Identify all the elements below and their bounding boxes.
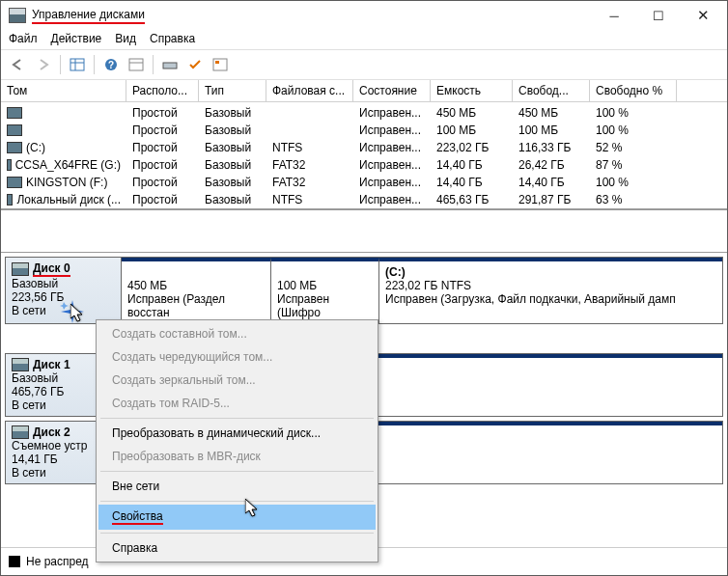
window-title: Управление дисками	[32, 8, 145, 24]
view-list-icon[interactable]	[66, 53, 89, 76]
volume-icon	[7, 124, 22, 136]
toolbar: ?	[1, 49, 727, 80]
svg-rect-8	[213, 59, 227, 70]
back-button[interactable]	[7, 53, 30, 76]
svg-rect-0	[70, 59, 84, 70]
svg-rect-5	[129, 59, 143, 70]
disk-icon	[12, 358, 29, 371]
check-icon[interactable]	[183, 53, 207, 76]
volume-icon	[7, 107, 22, 119]
disk-icon	[12, 425, 29, 439]
volume-icon	[7, 159, 12, 171]
col-status[interactable]: Состояние	[353, 80, 431, 101]
menu-help[interactable]: Справка	[150, 32, 195, 45]
menu-action[interactable]: Действие	[51, 32, 102, 45]
disk0-size: 223,56 ГБ	[12, 290, 115, 304]
close-button[interactable]: ✕	[681, 1, 725, 30]
menu-view[interactable]: Вид	[115, 32, 136, 45]
disk0-part0[interactable]: 450 МБ Исправен (Раздел восстан	[122, 258, 270, 323]
legend-label: Не распред	[26, 555, 89, 568]
cm-properties[interactable]: Свойства	[98, 505, 376, 530]
col-layout[interactable]: Располо...	[126, 80, 199, 101]
volume-icon	[7, 142, 22, 153]
cm-striped: Создать чередующийся том...	[98, 345, 376, 369]
col-capacity[interactable]: Емкость	[431, 80, 513, 101]
cm-help[interactable]: Справка	[98, 536, 376, 560]
table-row[interactable]: (C:)ПростойБазовыйNTFSИсправен...223,02 …	[1, 139, 727, 156]
forward-button[interactable]	[32, 53, 55, 76]
col-freepct[interactable]: Свободно %	[590, 80, 677, 101]
cm-convert-dynamic[interactable]: Преобразовать в динамический диск...	[98, 422, 376, 445]
drive-icon[interactable]	[158, 53, 182, 76]
properties-icon[interactable]	[209, 53, 232, 76]
disk0-status: В сети	[12, 304, 115, 317]
volume-icon	[7, 177, 22, 188]
cm-mirror: Создать зеркальный том...	[98, 369, 376, 392]
titlebar: Управление дисками ─ ☐ ✕	[1, 1, 727, 30]
table-row[interactable]: Локальный диск (...ПростойБазовыйNTFSИсп…	[1, 191, 727, 208]
menubar: Файл Действие Вид Справка	[1, 30, 727, 49]
cm-convert-mbr: Преобразовать в MBR-диск	[98, 445, 376, 468]
disk-management-window: Управление дисками ─ ☐ ✕ Файл Действие В…	[0, 0, 728, 576]
table-row[interactable]: CCSA_X64FRE (G:)ПростойБазовыйFAT32Испра…	[1, 156, 727, 174]
svg-rect-7	[163, 63, 177, 69]
menu-file[interactable]: Файл	[9, 32, 38, 45]
minimize-button[interactable]: ─	[592, 1, 636, 30]
col-type[interactable]: Тип	[199, 80, 266, 101]
disk-context-menu: Создать составной том... Создать чередую…	[96, 319, 378, 562]
cm-spanned: Создать составной том...	[98, 322, 376, 345]
disk0-part2[interactable]: (C:) 223,02 ГБ NTFS Исправен (Загрузка, …	[378, 258, 722, 323]
table-row[interactable]: KINGSTON (F:)ПростойБазовыйFAT32Исправен…	[1, 174, 727, 191]
col-fs[interactable]: Файловая с...	[266, 80, 353, 101]
volume-list-header: Том Располо... Тип Файловая с... Состоян…	[1, 80, 727, 102]
volume-list: Том Располо... Тип Файловая с... Состоян…	[1, 80, 727, 210]
disk2-name: Диск 2	[33, 425, 70, 439]
disk0-header[interactable]: Диск 0 Базовый 223,56 ГБ В сети	[6, 258, 122, 323]
table-row[interactable]: ПростойБазовыйИсправен...450 МБ450 МБ100…	[1, 104, 727, 122]
cm-raid5: Создать том RAID-5...	[98, 392, 376, 415]
app-icon	[9, 8, 26, 23]
col-volume[interactable]: Том	[1, 80, 126, 101]
disk0-block[interactable]: Диск 0 Базовый 223,56 ГБ В сети 450 МБ И…	[5, 257, 723, 324]
disk1-name: Диск 1	[33, 358, 70, 371]
volume-icon	[7, 194, 13, 206]
volume-list-body[interactable]: ПростойБазовыйИсправен...450 МБ450 МБ100…	[1, 102, 727, 208]
legend-swatch	[9, 556, 20, 567]
svg-text:?: ?	[108, 60, 114, 70]
svg-rect-9	[215, 61, 219, 64]
col-free[interactable]: Свобод...	[513, 80, 590, 101]
table-row[interactable]: ПростойБазовыйИсправен...100 МБ100 МБ100…	[1, 122, 727, 139]
disk0-part1[interactable]: 100 МБ Исправен (Шифро	[270, 258, 378, 323]
cm-offline[interactable]: Вне сети	[98, 475, 376, 498]
disk0-type: Базовый	[12, 277, 115, 290]
disk-icon	[12, 262, 29, 276]
disk0-name: Диск 0	[33, 261, 70, 277]
settings-icon[interactable]	[125, 53, 148, 76]
maximize-button[interactable]: ☐	[636, 1, 681, 30]
help-icon[interactable]: ?	[99, 53, 123, 76]
